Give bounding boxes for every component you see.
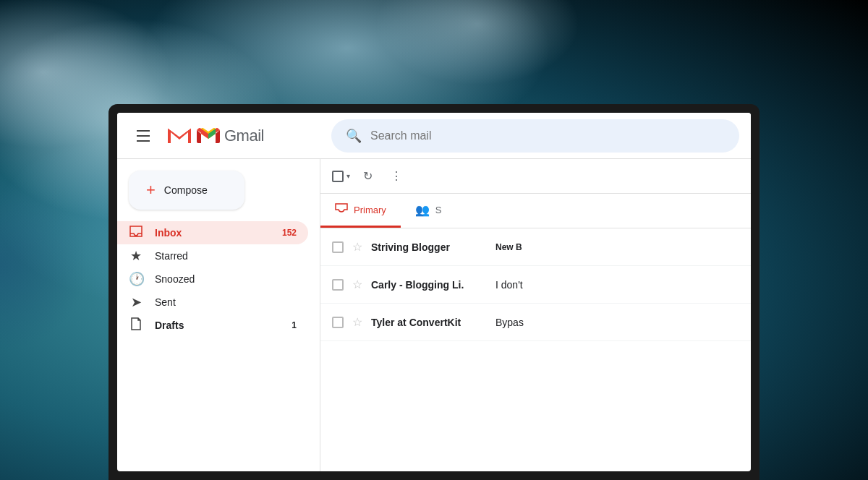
- select-all-checkbox[interactable]: ▾: [332, 171, 350, 182]
- chevron-down-icon[interactable]: ▾: [346, 172, 350, 180]
- search-bar[interactable]: 🔍: [331, 119, 739, 153]
- sidebar: + Compose Inbox 152: [117, 159, 320, 471]
- refresh-button[interactable]: ↻: [356, 165, 379, 188]
- email-checkbox[interactable]: [332, 317, 344, 328]
- send-icon: ➤: [129, 294, 143, 310]
- sidebar-item-drafts[interactable]: Drafts 1: [117, 314, 308, 337]
- main-content: + Compose Inbox 152: [117, 159, 751, 471]
- inbox-icon: [129, 224, 143, 242]
- more-options-button[interactable]: ⋮: [385, 165, 408, 188]
- gmail-multicolor-icon: [195, 126, 221, 146]
- hamburger-line: [137, 135, 150, 137]
- top-bar: Gmail 🔍: [117, 113, 751, 159]
- menu-button[interactable]: [129, 121, 158, 150]
- compose-button[interactable]: + Compose: [129, 171, 244, 210]
- star-icon[interactable]: ☆: [352, 240, 362, 254]
- hamburger-line: [137, 130, 150, 132]
- email-sender: Tyler at ConvertKit: [371, 317, 487, 328]
- laptop-frame: Gmail 🔍 + Compose: [109, 104, 760, 480]
- email-subject: I don't: [495, 279, 739, 291]
- screen: Gmail 🔍 + Compose: [117, 113, 751, 471]
- tab-social-label: S: [435, 205, 442, 215]
- people-icon: 👥: [415, 203, 430, 217]
- sidebar-label-drafts: Drafts: [155, 320, 184, 331]
- compose-label: Compose: [164, 184, 208, 196]
- sidebar-item-snoozed[interactable]: 🕐 Snoozed: [117, 267, 308, 291]
- draft-icon: [129, 317, 143, 335]
- email-subject: New B: [495, 242, 739, 252]
- gmail-wordmark: Gmail: [224, 127, 264, 145]
- tab-primary[interactable]: Primary: [320, 194, 401, 228]
- sidebar-label-snoozed: Snoozed: [155, 273, 195, 285]
- email-checkbox[interactable]: [332, 241, 344, 253]
- sidebar-label-starred: Starred: [155, 250, 188, 262]
- sidebar-item-starred[interactable]: ★ Starred: [117, 244, 308, 267]
- sidebar-item-sent[interactable]: ➤ Sent: [117, 291, 308, 314]
- gmail-m-icon: [166, 126, 192, 146]
- star-icon[interactable]: ☆: [352, 278, 362, 291]
- sidebar-badge-inbox: 152: [282, 228, 297, 238]
- tabs-bar: Primary 👥 S: [320, 194, 751, 228]
- compose-plus-icon: +: [146, 182, 156, 198]
- email-checkbox[interactable]: [332, 279, 344, 291]
- email-toolbar: ▾ ↻ ⋮: [320, 159, 751, 194]
- top-bar-left: Gmail: [129, 121, 331, 150]
- email-list: ☆ Striving Blogger New B ☆ Carly - Blogg…: [320, 228, 751, 471]
- star-icon[interactable]: ☆: [352, 315, 362, 329]
- sidebar-label-sent: Sent: [155, 296, 176, 308]
- tab-primary-label: Primary: [354, 205, 386, 215]
- sidebar-label-inbox: Inbox: [155, 227, 182, 239]
- search-input[interactable]: [370, 129, 725, 142]
- hamburger-line: [137, 140, 150, 142]
- checkbox[interactable]: [332, 171, 344, 182]
- email-subject: Bypas: [495, 317, 739, 328]
- sidebar-badge-drafts: 1: [292, 320, 297, 330]
- tab-social[interactable]: 👥 S: [401, 194, 456, 228]
- email-row[interactable]: ☆ Tyler at ConvertKit Bypas: [320, 304, 751, 341]
- gmail-app: Gmail 🔍 + Compose: [117, 113, 751, 471]
- email-sender: Striving Blogger: [371, 241, 487, 253]
- email-row[interactable]: ☆ Carly - Blogging Li. I don't: [320, 266, 751, 304]
- gmail-logo: Gmail: [166, 126, 264, 146]
- email-sender: Carly - Blogging Li.: [371, 279, 487, 291]
- email-row[interactable]: ☆ Striving Blogger New B: [320, 228, 751, 266]
- star-icon: ★: [129, 248, 143, 264]
- email-area: ▾ ↻ ⋮ Primary: [320, 159, 751, 471]
- primary-tab-icon: [335, 202, 348, 218]
- clock-icon: 🕐: [129, 271, 143, 287]
- search-icon: 🔍: [346, 128, 362, 144]
- sidebar-item-inbox[interactable]: Inbox 152: [117, 221, 308, 244]
